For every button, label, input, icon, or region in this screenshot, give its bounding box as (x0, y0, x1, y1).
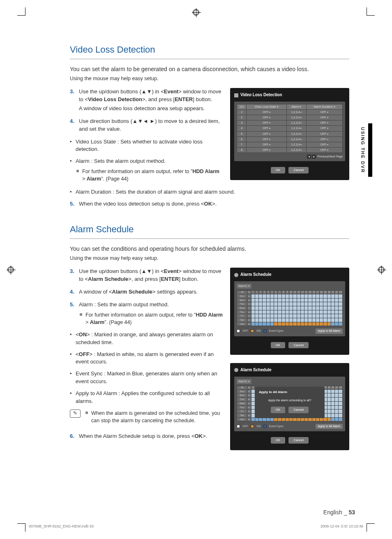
schedule-cell[interactable] (285, 314, 289, 318)
vld-cell[interactable]: OFF (247, 109, 287, 115)
ok-button[interactable]: OK (271, 342, 286, 349)
schedule-cell[interactable] (270, 322, 274, 326)
schedule-cell[interactable] (266, 298, 270, 302)
schedule-grid[interactable]: All▸012345678910111213141516171819202122… (237, 290, 343, 326)
schedule-cell[interactable] (320, 306, 323, 310)
schedule-cell[interactable] (308, 294, 312, 298)
schedule-cell[interactable] (339, 389, 343, 393)
schedule-cell[interactable] (335, 401, 339, 405)
cancel-button[interactable]: Cancel (288, 342, 309, 349)
schedule-cell[interactable] (278, 318, 281, 322)
schedule-cell[interactable] (335, 298, 339, 302)
schedule-cell[interactable] (327, 302, 331, 306)
schedule-cell[interactable] (312, 298, 316, 302)
schedule-cell[interactable] (339, 310, 343, 314)
schedule-cell[interactable] (259, 314, 263, 318)
schedule-cell[interactable] (335, 310, 339, 314)
schedule-cell[interactable] (327, 314, 331, 318)
schedule-cell[interactable] (327, 389, 331, 393)
schedule-cell[interactable] (297, 318, 300, 322)
schedule-cell[interactable] (251, 306, 255, 310)
schedule-cell[interactable] (278, 322, 281, 326)
vld-cell[interactable]: OFF (306, 115, 342, 120)
schedule-cell[interactable] (300, 302, 304, 306)
schedule-cell[interactable] (312, 294, 316, 298)
schedule-cell[interactable] (255, 310, 258, 314)
schedule-cell[interactable] (304, 322, 308, 326)
alarm-select[interactable]: Alarm1 (237, 379, 251, 384)
schedule-cell[interactable] (281, 306, 285, 310)
schedule-cell[interactable] (331, 405, 334, 409)
schedule-cell[interactable] (278, 306, 281, 310)
schedule-cell[interactable] (335, 314, 339, 318)
schedule-cell[interactable] (335, 318, 339, 322)
schedule-cell[interactable] (327, 310, 331, 314)
schedule-cell[interactable] (320, 322, 323, 326)
schedule-cell[interactable] (320, 310, 323, 314)
schedule-cell[interactable] (335, 417, 339, 421)
schedule-cell[interactable] (320, 298, 323, 302)
schedule-cell[interactable] (304, 298, 308, 302)
schedule-cell[interactable] (274, 294, 278, 298)
cancel-button[interactable]: Cancel (288, 167, 309, 173)
schedule-cell[interactable] (316, 314, 319, 318)
schedule-cell[interactable] (327, 306, 331, 310)
schedule-cell[interactable] (285, 306, 289, 310)
schedule-cell[interactable] (270, 302, 274, 306)
schedule-cell[interactable] (285, 302, 289, 306)
schedule-cell[interactable] (312, 322, 316, 326)
schedule-cell[interactable] (251, 318, 255, 322)
schedule-cell[interactable] (293, 314, 297, 318)
schedule-cell[interactable] (339, 409, 343, 414)
vld-cell[interactable]: OFF (306, 126, 342, 131)
schedule-cell[interactable] (289, 322, 293, 326)
schedule-cell[interactable] (327, 413, 331, 417)
schedule-cell[interactable] (293, 322, 297, 326)
schedule-cell[interactable] (327, 398, 331, 402)
modal-cancel-button[interactable]: Cancel (288, 407, 309, 413)
schedule-cell[interactable] (316, 306, 319, 310)
schedule-cell[interactable] (285, 298, 289, 302)
ok-button[interactable]: OK (271, 167, 286, 173)
schedule-cell[interactable] (270, 306, 274, 310)
schedule-cell[interactable] (331, 413, 334, 417)
prev-page-button[interactable]: ◄ (307, 155, 311, 159)
schedule-cell[interactable] (331, 318, 334, 322)
schedule-cell[interactable] (297, 302, 300, 306)
vld-cell[interactable]: OFF (247, 120, 287, 126)
schedule-cell[interactable] (270, 310, 274, 314)
schedule-cell[interactable] (331, 306, 334, 310)
schedule-cell[interactable] (274, 302, 278, 306)
schedule-cell[interactable] (289, 314, 293, 318)
th-duration[interactable]: Alarm Duration ▾ (306, 104, 342, 109)
vld-cell[interactable]: OFF (306, 142, 342, 147)
schedule-cell[interactable] (270, 298, 274, 302)
schedule-cell[interactable] (251, 314, 255, 318)
schedule-cell[interactable] (323, 294, 327, 298)
schedule-cell[interactable] (263, 306, 266, 310)
schedule-cell[interactable] (263, 298, 266, 302)
schedule-cell[interactable] (323, 298, 327, 302)
schedule-cell[interactable] (331, 310, 334, 314)
schedule-cell[interactable] (259, 298, 263, 302)
schedule-cell[interactable] (300, 298, 304, 302)
schedule-cell[interactable] (304, 314, 308, 318)
vld-cell[interactable]: OFF (306, 136, 342, 142)
schedule-cell[interactable] (331, 393, 334, 398)
schedule-cell[interactable] (323, 302, 327, 306)
schedule-cell[interactable] (293, 302, 297, 306)
schedule-cell[interactable] (251, 417, 255, 421)
schedule-cell[interactable] (274, 310, 278, 314)
vld-cell[interactable]: OFF (247, 131, 287, 136)
schedule-cell[interactable] (312, 306, 316, 310)
schedule-cell[interactable] (335, 294, 339, 298)
schedule-cell[interactable] (259, 302, 263, 306)
schedule-cell[interactable] (263, 322, 266, 326)
schedule-cell[interactable] (316, 298, 319, 302)
schedule-cell[interactable] (259, 294, 263, 298)
schedule-cell[interactable] (281, 310, 285, 314)
schedule-cell[interactable] (297, 306, 300, 310)
schedule-cell[interactable] (323, 314, 327, 318)
schedule-cell[interactable] (259, 322, 263, 326)
schedule-cell[interactable] (327, 294, 331, 298)
